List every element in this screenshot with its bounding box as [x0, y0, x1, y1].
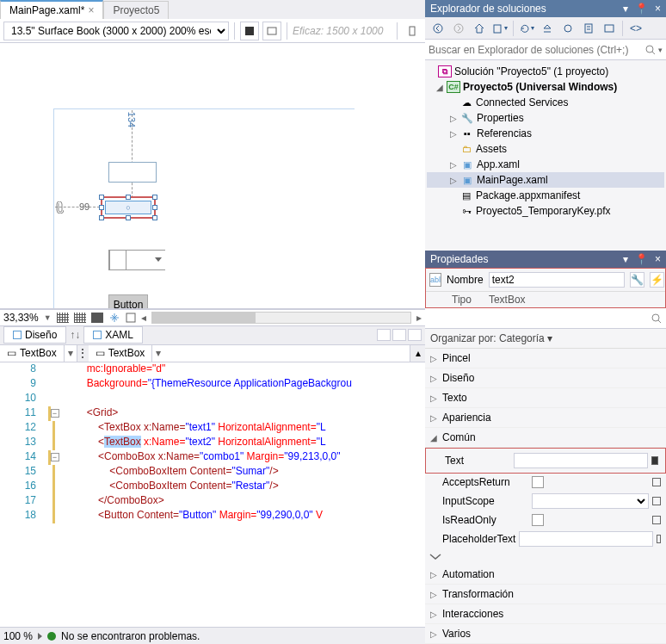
- category-interacciones[interactable]: ▷Interacciones: [425, 604, 666, 624]
- properties-search-input[interactable]: [429, 313, 651, 325]
- textbox-text2-selected[interactable]: ○: [101, 196, 156, 219]
- breadcrumb-textbox-2[interactable]: ▭ TextBox: [89, 345, 153, 362]
- category-diseno[interactable]: ▷Diseño: [425, 368, 666, 388]
- zoom-level[interactable]: 33,33%: [3, 312, 39, 324]
- folder-icon: 🗀: [459, 143, 473, 155]
- forward-button[interactable]: [449, 19, 468, 38]
- orientation-landscape-button[interactable]: [262, 22, 281, 40]
- breadcrumb-textbox[interactable]: ▭ TextBox: [0, 345, 65, 362]
- prop-placeholder-input[interactable]: [519, 531, 653, 547]
- preview-button[interactable]: [600, 19, 619, 38]
- dropdown-icon[interactable]: ▾: [623, 3, 628, 15]
- solution-search-input[interactable]: [429, 44, 644, 56]
- search-icon[interactable]: [644, 44, 657, 56]
- type-value: TextBox: [489, 294, 526, 306]
- category-apariencia[interactable]: ▷Apariencia: [425, 408, 666, 428]
- chevron-left-icon[interactable]: ◂: [141, 312, 146, 324]
- zoom-percent[interactable]: 100 %: [3, 630, 33, 642]
- sync-button[interactable]: ▾: [490, 19, 509, 38]
- svg-point-10: [652, 314, 659, 321]
- full-view-button[interactable]: [408, 329, 422, 341]
- textbox-type-icon: abl: [429, 273, 441, 287]
- prop-acceptsreturn-label: AcceptsReturn: [442, 476, 528, 488]
- orientation-portrait-button[interactable]: [240, 22, 259, 40]
- solution-tree[interactable]: ⧉Solución "Proyecto5" (1 proyecto) ◢C#Pr…: [425, 60, 666, 251]
- combobox-combo1[interactable]: [108, 250, 165, 270]
- settings-button[interactable]: [403, 22, 422, 40]
- lock-icon[interactable]: [126, 313, 136, 323]
- prop-text-input[interactable]: [514, 453, 648, 468]
- code-view-button[interactable]: <>: [626, 19, 645, 38]
- prop-inputscope-select[interactable]: [532, 493, 649, 509]
- home-button[interactable]: [470, 19, 489, 38]
- chevron-down-icon[interactable]: ▾: [152, 345, 164, 362]
- chevron-down-icon[interactable]: ▼: [44, 313, 52, 322]
- device-selector[interactable]: 13.5" Surface Book (3000 x 2000) 200% es…: [3, 22, 229, 40]
- tab-label: MainPage.xaml*: [9, 4, 84, 16]
- pin-icon[interactable]: 📍: [635, 3, 648, 15]
- svg-rect-2: [410, 27, 415, 35]
- separator: [287, 22, 287, 40]
- close-icon[interactable]: ×: [88, 4, 94, 16]
- close-icon[interactable]: ×: [655, 253, 661, 265]
- xaml-icon: ▣: [460, 174, 474, 186]
- back-button[interactable]: [429, 19, 447, 38]
- grid-snap-icon[interactable]: [57, 313, 69, 323]
- expand-more-button[interactable]: [425, 549, 666, 565]
- category-comun[interactable]: ◢Común: [425, 428, 666, 448]
- grid-lines-icon[interactable]: [74, 313, 86, 323]
- snap-icon[interactable]: [108, 313, 120, 323]
- collapse-button[interactable]: [538, 19, 557, 38]
- name-input[interactable]: [489, 272, 625, 288]
- close-icon[interactable]: ×: [655, 3, 661, 15]
- split-horizontal-button[interactable]: [377, 329, 391, 341]
- grid-view-icon[interactable]: [91, 313, 103, 323]
- prop-marker-icon[interactable]: [652, 516, 661, 524]
- prop-isreadonly-checkbox[interactable]: [532, 514, 544, 526]
- category-transformacion[interactable]: ▷Transformación: [425, 585, 666, 604]
- prop-text-label: Text: [445, 455, 510, 467]
- split-grip-icon[interactable]: ⋮: [77, 345, 89, 362]
- prop-marker-icon[interactable]: [652, 478, 661, 486]
- organize-by[interactable]: Organizar por: Categoría ▾: [425, 329, 666, 349]
- chevron-right-icon[interactable]: [38, 633, 42, 640]
- wrench-icon[interactable]: 🔧: [630, 272, 644, 288]
- refresh-button[interactable]: ▾: [517, 19, 536, 38]
- code-editor[interactable]: 8 mc:Ignorable="d" 9 Background="{ThemeR…: [0, 362, 425, 628]
- category-automation[interactable]: ▷Automation: [425, 565, 666, 585]
- horizontal-scrollbar[interactable]: [151, 312, 411, 324]
- split-vertical-button[interactable]: [392, 329, 406, 341]
- svg-point-5: [454, 24, 463, 33]
- prop-marker-icon[interactable]: [651, 456, 658, 465]
- chevron-down-icon[interactable]: ▾: [658, 46, 663, 54]
- prop-acceptsreturn-checkbox[interactable]: [532, 476, 544, 488]
- pin-icon[interactable]: 📍: [635, 253, 648, 265]
- svg-rect-6: [494, 25, 501, 33]
- designer-surface[interactable]: 134 99 ○ Button TextBlock: [0, 43, 425, 309]
- tab-proyecto5[interactable]: Proyecto5: [103, 1, 169, 19]
- chevron-down-icon[interactable]: ▾: [65, 345, 77, 362]
- prop-marker-icon[interactable]: [657, 535, 661, 543]
- category-texto[interactable]: ▷Texto: [425, 388, 666, 408]
- tab-mainpage[interactable]: MainPage.xaml* ×: [0, 0, 103, 19]
- properties-header[interactable]: Propiedades ▾ 📍 ×: [425, 251, 666, 268]
- vertical-scrollbar-up[interactable]: ▴: [410, 345, 425, 362]
- show-all-button[interactable]: [558, 19, 577, 38]
- chevron-right-icon[interactable]: ▸: [416, 312, 422, 324]
- dropdown-icon[interactable]: ▾: [623, 253, 628, 265]
- button-control[interactable]: Button: [108, 294, 148, 309]
- events-icon[interactable]: ⚡: [650, 272, 664, 288]
- prop-inputscope-label: InputScope: [442, 495, 528, 507]
- textbox-text1[interactable]: [108, 162, 157, 183]
- search-icon[interactable]: [651, 313, 663, 325]
- prop-marker-icon[interactable]: [652, 497, 661, 505]
- properties-button[interactable]: [579, 19, 598, 38]
- design-tab[interactable]: Diseño: [3, 326, 66, 344]
- category-varios[interactable]: ▷Varios: [425, 624, 666, 644]
- category-pincel[interactable]: ▷Pincel: [425, 349, 666, 368]
- xaml-tab[interactable]: XAML: [83, 326, 143, 344]
- swap-icon[interactable]: ↑↓: [70, 329, 80, 341]
- solution-explorer-header[interactable]: Explorador de soluciones ▾ 📍 ×: [425, 0, 666, 17]
- wrench-icon: 🔧: [460, 112, 474, 124]
- effective-resolution: Eficaz: 1500 x 1000: [293, 25, 383, 37]
